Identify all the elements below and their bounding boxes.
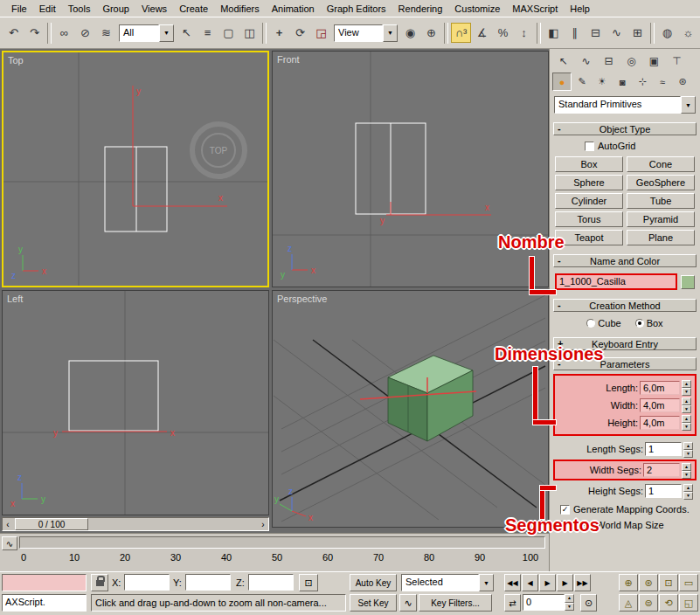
- minmax-toggle-icon[interactable]: ◱: [679, 594, 698, 612]
- snaps-toggle-icon[interactable]: ∩³: [451, 23, 471, 43]
- key-mode-toggle-icon[interactable]: ⇄: [504, 594, 521, 612]
- absolute-offset-toggle-icon[interactable]: ⊡: [299, 574, 318, 591]
- selection-filter-dropdown[interactable]: All ▼: [119, 24, 174, 42]
- chevron-down-icon[interactable]: ▼: [681, 96, 696, 114]
- maxscript-listener[interactable]: AXScript.: [2, 594, 87, 612]
- zoom-all-icon[interactable]: ⊛: [639, 574, 658, 591]
- category-geometry-icon[interactable]: ●: [552, 73, 572, 91]
- time-slider-track[interactable]: [88, 518, 258, 530]
- select-and-manipulate-icon[interactable]: ⊕: [421, 23, 441, 43]
- left-viewport-canvas[interactable]: y x z y x: [3, 291, 268, 515]
- length-spinner[interactable]: ▲▼: [682, 380, 691, 395]
- width-spinner[interactable]: ▲▼: [682, 397, 691, 412]
- select-and-move-icon[interactable]: +: [269, 23, 289, 43]
- viewport-left[interactable]: y x z y x Left: [2, 290, 269, 515]
- height-input[interactable]: 4,0m: [640, 416, 680, 430]
- time-slider[interactable]: ‹ 0 / 100 ›: [2, 517, 269, 531]
- menu-rendering[interactable]: Rendering: [392, 2, 449, 16]
- layer-manager-icon[interactable]: ⊟: [586, 23, 606, 43]
- zoom-icon[interactable]: ⊕: [619, 574, 638, 591]
- pyramid-button[interactable]: Pyramid: [627, 211, 695, 227]
- select-and-link-icon[interactable]: ∞: [54, 23, 74, 43]
- chevron-down-icon[interactable]: ▼: [479, 574, 494, 591]
- box-wireframe-top[interactable]: [105, 147, 167, 231]
- category-spacewarps-icon[interactable]: ≈: [653, 73, 672, 91]
- viewport-label-perspective[interactable]: Perspective: [277, 294, 327, 304]
- creation-method-box[interactable]: Box: [635, 318, 663, 328]
- curve-editor-icon[interactable]: ∿: [606, 23, 627, 43]
- rollout-object-type[interactable]: - Object Type: [553, 122, 697, 135]
- menu-create[interactable]: Create: [173, 2, 214, 16]
- viewport-label-front[interactable]: Front: [277, 54, 300, 65]
- plane-button[interactable]: Plane: [627, 230, 695, 245]
- menu-file[interactable]: File: [5, 2, 33, 16]
- align-icon[interactable]: ∥: [565, 23, 585, 43]
- height-spinner[interactable]: ▲▼: [682, 415, 691, 430]
- window-crossing-toggle-icon[interactable]: ◫: [239, 23, 260, 43]
- zoom-extents-icon[interactable]: ⊡: [659, 574, 678, 591]
- viewport-perspective[interactable]: z y x Perspective: [272, 290, 549, 528]
- arc-rotate-icon[interactable]: ⟲: [659, 594, 678, 612]
- zoom-region-icon[interactable]: ▭: [679, 574, 698, 591]
- width-segs-input[interactable]: 2: [643, 463, 680, 477]
- field-of-view-icon[interactable]: ◬: [619, 594, 638, 612]
- mirror-icon[interactable]: ◧: [544, 23, 564, 43]
- go-to-end-button[interactable]: ▶▶: [574, 574, 591, 591]
- rollout-toggle[interactable]: -: [558, 300, 561, 310]
- undo-icon[interactable]: ↶: [3, 23, 24, 43]
- category-shapes-icon[interactable]: ✎: [572, 73, 592, 91]
- rollout-creation-method[interactable]: - Creation Method: [553, 299, 697, 312]
- menu-graph-editors[interactable]: Graph Editors: [321, 2, 392, 16]
- height-segs-spinner[interactable]: ▲▼: [683, 484, 693, 499]
- bind-to-space-warp-icon[interactable]: ≋: [96, 23, 116, 43]
- mini-curve-editor-button[interactable]: ∿: [2, 536, 17, 550]
- box-button[interactable]: Box: [555, 156, 623, 172]
- tab-motion-icon[interactable]: ◎: [620, 52, 642, 71]
- previous-frame-button[interactable]: ◀: [522, 574, 538, 591]
- radio-box[interactable]: [635, 319, 644, 328]
- object-color-swatch[interactable]: [681, 275, 695, 289]
- select-by-name-icon[interactable]: ≡: [198, 23, 218, 43]
- angle-snap-toggle-icon[interactable]: ∡: [472, 23, 492, 43]
- width-input[interactable]: 4,0m: [640, 398, 680, 412]
- tab-modify-icon[interactable]: ∿: [575, 52, 597, 71]
- material-editor-icon[interactable]: ◍: [657, 23, 677, 43]
- y-coord-input[interactable]: [185, 574, 231, 591]
- rectangular-selection-region-icon[interactable]: ▢: [218, 23, 239, 43]
- length-segs-input[interactable]: 1: [645, 442, 682, 456]
- time-slider-prev-icon[interactable]: ‹: [3, 518, 13, 530]
- cylinder-button[interactable]: Cylinder: [555, 193, 623, 209]
- rollout-name-and-color[interactable]: - Name and Color: [553, 254, 697, 267]
- chevron-down-icon[interactable]: ▼: [159, 24, 174, 42]
- category-helpers-icon[interactable]: ⊹: [633, 73, 652, 91]
- tab-hierarchy-icon[interactable]: ⊟: [598, 52, 620, 71]
- autogrid-checkbox[interactable]: [585, 142, 594, 151]
- menu-tools[interactable]: Tools: [62, 2, 97, 16]
- x-coord-input[interactable]: [124, 574, 170, 591]
- frame-spinner[interactable]: ▲▼: [565, 594, 574, 611]
- menu-help[interactable]: Help: [564, 2, 596, 16]
- tube-button[interactable]: Tube: [627, 193, 695, 209]
- tab-display-icon[interactable]: ▣: [643, 52, 665, 71]
- perspective-viewport-canvas[interactable]: z y x: [273, 291, 548, 527]
- object-name-input[interactable]: 1_1000_Casilla: [555, 273, 677, 290]
- redo-icon[interactable]: ↷: [24, 23, 45, 43]
- menu-edit[interactable]: Edit: [33, 2, 62, 16]
- height-segs-input[interactable]: 1: [645, 484, 682, 498]
- schematic-view-icon[interactable]: ⊞: [627, 23, 648, 43]
- creation-method-cube[interactable]: Cube: [586, 318, 620, 328]
- menu-views[interactable]: Views: [135, 2, 173, 16]
- category-cameras-icon[interactable]: ◙: [613, 73, 632, 91]
- new-key-tangent-icon[interactable]: ∿: [399, 594, 417, 612]
- length-segs-spinner[interactable]: ▲▼: [683, 442, 693, 457]
- use-pivot-point-center-icon[interactable]: ◉: [400, 23, 420, 43]
- percent-snap-toggle-icon[interactable]: %: [493, 23, 513, 43]
- key-filters-button[interactable]: Key Filters...: [419, 594, 492, 612]
- menu-customize[interactable]: Customize: [448, 2, 506, 16]
- menu-maxscript[interactable]: MAXScript: [506, 2, 564, 16]
- next-frame-button[interactable]: ▶: [557, 574, 573, 591]
- cone-button[interactable]: Cone: [627, 156, 695, 172]
- viewport-label-left[interactable]: Left: [7, 294, 23, 304]
- select-and-scale-icon[interactable]: ◲: [311, 23, 331, 43]
- category-lights-icon[interactable]: ☀: [593, 73, 612, 91]
